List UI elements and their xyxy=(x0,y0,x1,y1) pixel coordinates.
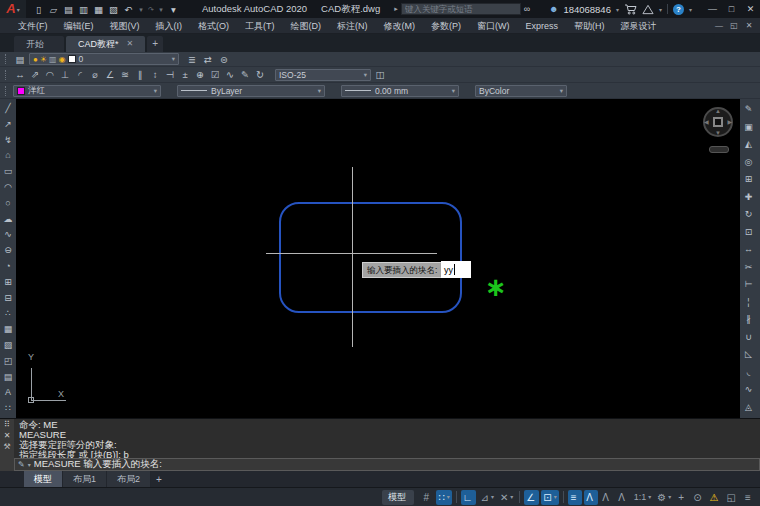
object-snap-icon[interactable]: ⊡ ▾ xyxy=(541,490,558,505)
layer-make-current-icon[interactable]: ≣ xyxy=(185,53,199,66)
layer-unlock-icon[interactable]: ◉ xyxy=(59,55,66,64)
polyline-icon[interactable]: ↯ xyxy=(1,133,15,149)
drag-handle-icon[interactable]: ⠿ xyxy=(4,420,10,429)
multiline-text-icon[interactable]: A xyxy=(1,385,15,401)
help-caret-icon[interactable]: ▾ xyxy=(689,6,692,13)
dim-ordinate-icon[interactable]: ⊥ xyxy=(58,68,72,81)
menubar-item[interactable]: 参数(P) xyxy=(423,18,469,34)
break-icon[interactable]: ∦ xyxy=(742,311,756,329)
ellipse-icon[interactable]: ⊖ xyxy=(1,243,15,259)
revision-cloud-icon[interactable]: ☁ xyxy=(1,212,15,228)
status-icon[interactable] xyxy=(519,491,520,503)
array-icon[interactable]: ⊞ xyxy=(742,171,756,189)
model-space-toggle[interactable]: 模型 xyxy=(382,490,414,505)
dim-quick-icon[interactable]: ≋ xyxy=(118,68,132,81)
insert-block-icon[interactable]: ⊞ xyxy=(1,275,15,291)
make-block-icon[interactable]: ⊟ xyxy=(1,291,15,307)
dim-aligned-icon[interactable]: ⇗ xyxy=(28,68,42,81)
autodesk-app-icon[interactable] xyxy=(642,4,654,15)
ortho-mode-icon[interactable]: ∟ xyxy=(461,490,477,505)
spline-icon[interactable]: ∿ xyxy=(1,227,15,243)
undo-icon[interactable]: ↶ xyxy=(122,3,135,16)
drawing-canvas[interactable]: ∗ 输入要插入的块名: yy Y X ▲▼▶◀ xyxy=(16,99,740,418)
lineweight-caret-icon[interactable]: ▾ xyxy=(452,87,455,95)
close-button[interactable]: ✕ xyxy=(741,0,760,18)
menubar-item[interactable]: 工具(T) xyxy=(237,18,283,34)
grid-display-icon[interactable]: # xyxy=(420,490,434,505)
layer-on-icon[interactable]: ● xyxy=(33,55,38,64)
search-expand-icon[interactable]: ▸ xyxy=(394,5,398,13)
workspace-gear-icon[interactable]: ⚙ ▾ xyxy=(655,490,673,505)
menubar-item[interactable]: 文件(F) xyxy=(10,18,56,34)
viewcube-icon[interactable] xyxy=(713,117,723,127)
application-menu-button[interactable]: A ▾ xyxy=(0,0,26,18)
construction-line-icon[interactable]: ↗ xyxy=(1,117,15,133)
dim-center-mark-icon[interactable]: ☑ xyxy=(208,68,222,81)
tab-start[interactable]: 开始 xyxy=(14,36,64,52)
dim-radius-icon[interactable]: ◜ xyxy=(73,68,87,81)
app-menu-caret-icon[interactable]: ▾ xyxy=(659,6,662,13)
ellipse-arc-icon[interactable]: ◔ xyxy=(1,259,15,275)
linetype-dropdown[interactable]: ByLayer ▾ xyxy=(177,85,325,97)
menubar-item[interactable]: 源泉设计 xyxy=(613,18,665,34)
layer-dropdown[interactable]: ● ☀ ▥ ◉ 0 ▾ xyxy=(29,53,179,65)
linetype-caret-icon[interactable]: ▾ xyxy=(318,87,321,95)
menubar-item[interactable]: 修改(M) xyxy=(376,18,424,34)
line-icon[interactable]: ╱ xyxy=(1,101,15,117)
offset-icon[interactable]: ◎ xyxy=(742,154,756,172)
dim-baseline-icon[interactable]: ∥ xyxy=(133,68,147,81)
region-icon[interactable]: ◰ xyxy=(1,354,15,370)
layer-previous-icon[interactable]: ⊜ xyxy=(217,53,231,66)
dim-update-icon[interactable]: ↻ xyxy=(253,68,267,81)
crosshair-icon[interactable]: + xyxy=(675,490,689,505)
print-icon[interactable]: ▧ xyxy=(107,3,120,16)
snap-mode-icon[interactable]: ∷ ▾ xyxy=(436,490,451,505)
minimize-button[interactable]: — xyxy=(703,0,722,18)
command-input-row[interactable]: ✎ ▾ MEASURE 输入要插入的块名: xyxy=(14,458,760,471)
customization-icon[interactable]: ≡ xyxy=(742,490,756,505)
hatch-icon[interactable]: ▦ xyxy=(1,322,15,338)
move-icon[interactable]: ✚ xyxy=(742,189,756,207)
toolbar-grip[interactable] xyxy=(5,70,7,80)
layer-match-icon[interactable]: ⇄ xyxy=(201,53,215,66)
scale-icon[interactable]: ⊡ xyxy=(742,224,756,242)
help-search-input[interactable] xyxy=(401,3,521,15)
object-snap-tracking-icon[interactable]: ∠ xyxy=(524,490,539,505)
recent-commands-caret-icon[interactable]: ▾ xyxy=(28,461,31,468)
menubar-item[interactable]: 窗口(W) xyxy=(469,18,518,34)
menubar-item[interactable]: 绘图(D) xyxy=(283,18,330,34)
hardware-acceleration-icon[interactable]: ⚠ xyxy=(708,490,723,505)
doc-restore-button[interactable]: ◱ xyxy=(727,21,741,30)
toolbar-grip[interactable] xyxy=(5,54,7,64)
app-store-cart-icon[interactable] xyxy=(624,4,637,15)
maximize-button[interactable]: □ xyxy=(722,0,741,18)
menubar-item[interactable]: Express xyxy=(518,18,567,34)
autoscale-annotations-icon[interactable]: Ʌ xyxy=(600,490,614,505)
command-close-icon[interactable]: ✕ xyxy=(4,431,11,440)
dim-arc-length-icon[interactable]: ◠ xyxy=(43,68,57,81)
point-icon[interactable]: ∴ xyxy=(1,306,15,322)
dim-space-icon[interactable]: ⊣ xyxy=(163,68,177,81)
dim-linear-icon[interactable]: ↔ xyxy=(13,68,27,81)
tab-layout2[interactable]: 布局2 xyxy=(107,471,151,487)
dim-diameter-icon[interactable]: ⌀ xyxy=(88,68,102,81)
dim-break-icon[interactable]: ± xyxy=(178,68,192,81)
new-tab-button[interactable]: + xyxy=(147,36,163,52)
menubar-item[interactable]: 插入(I) xyxy=(148,18,191,34)
plot-style-caret-icon[interactable]: ▾ xyxy=(560,87,563,95)
menubar-item[interactable]: 视图(V) xyxy=(102,18,148,34)
arc-icon[interactable]: ◠ xyxy=(1,180,15,196)
status-icon[interactable] xyxy=(563,491,564,503)
circle-icon[interactable]: ○ xyxy=(1,196,15,212)
new-layout-button[interactable]: + xyxy=(151,474,167,485)
annotation-scale-value[interactable]: 1:1 ▾ xyxy=(632,490,654,505)
navbar-toggle[interactable] xyxy=(709,146,729,153)
doc-minimize-button[interactable]: — xyxy=(712,21,726,30)
polygon-icon[interactable]: ⌂ xyxy=(1,148,15,164)
dim-edit-icon[interactable]: ✎ xyxy=(238,68,252,81)
rectangle-icon[interactable]: ▭ xyxy=(1,164,15,180)
user-menu-caret-icon[interactable]: ▾ xyxy=(616,6,619,13)
rotate-icon[interactable]: ↻ xyxy=(742,206,756,224)
status-icon[interactable] xyxy=(456,491,457,503)
navigation-wheel[interactable]: ▲▼▶◀ xyxy=(703,107,733,137)
